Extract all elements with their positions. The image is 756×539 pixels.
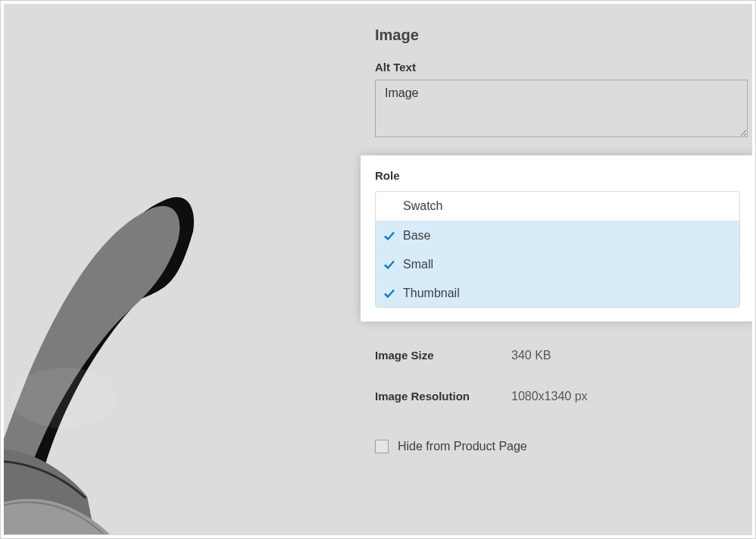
image-size-row: Image Size 340 KB (375, 349, 748, 362)
modal-frame: Image Alt Text Role SwatchBaseSmallThumb… (0, 0, 756, 539)
modal-body: Image Alt Text Role SwatchBaseSmallThumb… (4, 4, 752, 535)
svg-point-0 (11, 368, 117, 428)
hide-from-product-row[interactable]: Hide from Product Page (375, 440, 748, 453)
image-resolution-label: Image Resolution (375, 390, 511, 403)
role-option-label: Swatch (403, 199, 442, 213)
role-option-label: Base (403, 229, 430, 243)
check-icon (383, 259, 403, 271)
image-size-label: Image Size (375, 349, 511, 362)
backpack-icon (4, 171, 201, 534)
image-size-value: 340 KB (511, 349, 551, 362)
check-icon (383, 287, 403, 299)
role-option-swatch[interactable]: Swatch (376, 192, 739, 221)
image-resolution-row: Image Resolution 1080x1340 px (375, 390, 748, 403)
role-option-label: Small (403, 258, 433, 271)
check-icon (383, 230, 403, 242)
role-list: SwatchBaseSmallThumbnail (375, 191, 740, 308)
role-option-thumbnail[interactable]: Thumbnail (376, 278, 739, 307)
product-image-preview (4, 171, 201, 534)
image-resolution-value: 1080x1340 px (511, 390, 588, 403)
hide-from-product-checkbox[interactable] (375, 440, 389, 453)
alt-text-label: Alt Text (375, 61, 748, 74)
hide-from-product-label: Hide from Product Page (398, 440, 527, 453)
role-option-base[interactable]: Base (376, 221, 739, 249)
role-card: Role SwatchBaseSmallThumbnail (361, 155, 752, 321)
image-detail-panel: Image Alt Text Role SwatchBaseSmallThumb… (375, 19, 748, 453)
role-label: Role (375, 169, 740, 182)
section-title: Image (375, 27, 748, 44)
alt-text-input[interactable] (375, 80, 748, 137)
role-option-label: Thumbnail (403, 287, 460, 300)
role-option-small[interactable]: Small (376, 249, 739, 278)
